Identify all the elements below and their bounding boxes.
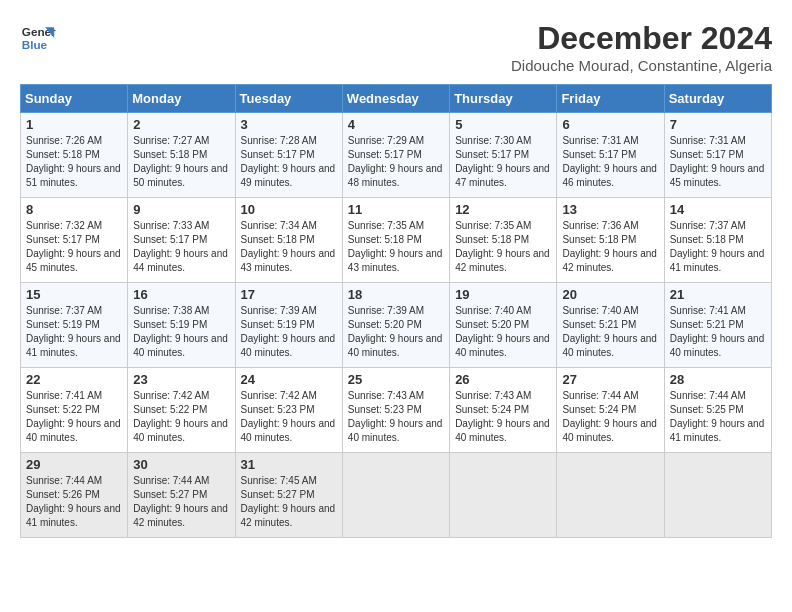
table-row: 21Sunrise: 7:41 AMSunset: 5:21 PMDayligh…	[664, 283, 771, 368]
table-row: 9Sunrise: 7:33 AMSunset: 5:17 PMDaylight…	[128, 198, 235, 283]
calendar-table: Sunday Monday Tuesday Wednesday Thursday…	[20, 84, 772, 538]
table-row: 11Sunrise: 7:35 AMSunset: 5:18 PMDayligh…	[342, 198, 449, 283]
table-row: 18Sunrise: 7:39 AMSunset: 5:20 PMDayligh…	[342, 283, 449, 368]
col-saturday: Saturday	[664, 85, 771, 113]
table-row	[557, 453, 664, 538]
table-row: 31Sunrise: 7:45 AMSunset: 5:27 PMDayligh…	[235, 453, 342, 538]
table-row	[664, 453, 771, 538]
month-title: December 2024	[511, 20, 772, 57]
location-title: Didouche Mourad, Constantine, Algeria	[511, 57, 772, 74]
col-sunday: Sunday	[21, 85, 128, 113]
table-row: 19Sunrise: 7:40 AMSunset: 5:20 PMDayligh…	[450, 283, 557, 368]
table-row: 25Sunrise: 7:43 AMSunset: 5:23 PMDayligh…	[342, 368, 449, 453]
col-monday: Monday	[128, 85, 235, 113]
header-row: Sunday Monday Tuesday Wednesday Thursday…	[21, 85, 772, 113]
table-row: 22Sunrise: 7:41 AMSunset: 5:22 PMDayligh…	[21, 368, 128, 453]
col-friday: Friday	[557, 85, 664, 113]
page-header: General Blue December 2024 Didouche Mour…	[20, 20, 772, 74]
table-row: 20Sunrise: 7:40 AMSunset: 5:21 PMDayligh…	[557, 283, 664, 368]
table-row: 10Sunrise: 7:34 AMSunset: 5:18 PMDayligh…	[235, 198, 342, 283]
table-row: 6Sunrise: 7:31 AMSunset: 5:17 PMDaylight…	[557, 113, 664, 198]
table-row: 1Sunrise: 7:26 AMSunset: 5:18 PMDaylight…	[21, 113, 128, 198]
table-row: 8Sunrise: 7:32 AMSunset: 5:17 PMDaylight…	[21, 198, 128, 283]
table-row: 28Sunrise: 7:44 AMSunset: 5:25 PMDayligh…	[664, 368, 771, 453]
table-row: 2Sunrise: 7:27 AMSunset: 5:18 PMDaylight…	[128, 113, 235, 198]
calendar-row: 15Sunrise: 7:37 AMSunset: 5:19 PMDayligh…	[21, 283, 772, 368]
table-row	[342, 453, 449, 538]
logo-icon: General Blue	[20, 20, 56, 56]
table-row: 5Sunrise: 7:30 AMSunset: 5:17 PMDaylight…	[450, 113, 557, 198]
table-row: 7Sunrise: 7:31 AMSunset: 5:17 PMDaylight…	[664, 113, 771, 198]
table-row: 13Sunrise: 7:36 AMSunset: 5:18 PMDayligh…	[557, 198, 664, 283]
title-block: December 2024 Didouche Mourad, Constanti…	[511, 20, 772, 74]
table-row: 23Sunrise: 7:42 AMSunset: 5:22 PMDayligh…	[128, 368, 235, 453]
table-row: 3Sunrise: 7:28 AMSunset: 5:17 PMDaylight…	[235, 113, 342, 198]
table-row: 15Sunrise: 7:37 AMSunset: 5:19 PMDayligh…	[21, 283, 128, 368]
logo: General Blue	[20, 20, 56, 56]
table-row: 27Sunrise: 7:44 AMSunset: 5:24 PMDayligh…	[557, 368, 664, 453]
table-row: 16Sunrise: 7:38 AMSunset: 5:19 PMDayligh…	[128, 283, 235, 368]
table-row: 29Sunrise: 7:44 AMSunset: 5:26 PMDayligh…	[21, 453, 128, 538]
col-thursday: Thursday	[450, 85, 557, 113]
table-row: 26Sunrise: 7:43 AMSunset: 5:24 PMDayligh…	[450, 368, 557, 453]
table-row: 30Sunrise: 7:44 AMSunset: 5:27 PMDayligh…	[128, 453, 235, 538]
table-row: 24Sunrise: 7:42 AMSunset: 5:23 PMDayligh…	[235, 368, 342, 453]
table-row: 14Sunrise: 7:37 AMSunset: 5:18 PMDayligh…	[664, 198, 771, 283]
table-row: 4Sunrise: 7:29 AMSunset: 5:17 PMDaylight…	[342, 113, 449, 198]
calendar-row: 22Sunrise: 7:41 AMSunset: 5:22 PMDayligh…	[21, 368, 772, 453]
calendar-row: 29Sunrise: 7:44 AMSunset: 5:26 PMDayligh…	[21, 453, 772, 538]
table-row	[450, 453, 557, 538]
col-tuesday: Tuesday	[235, 85, 342, 113]
calendar-row: 8Sunrise: 7:32 AMSunset: 5:17 PMDaylight…	[21, 198, 772, 283]
table-row: 17Sunrise: 7:39 AMSunset: 5:19 PMDayligh…	[235, 283, 342, 368]
calendar-row: 1Sunrise: 7:26 AMSunset: 5:18 PMDaylight…	[21, 113, 772, 198]
col-wednesday: Wednesday	[342, 85, 449, 113]
table-row: 12Sunrise: 7:35 AMSunset: 5:18 PMDayligh…	[450, 198, 557, 283]
svg-text:Blue: Blue	[22, 38, 48, 51]
